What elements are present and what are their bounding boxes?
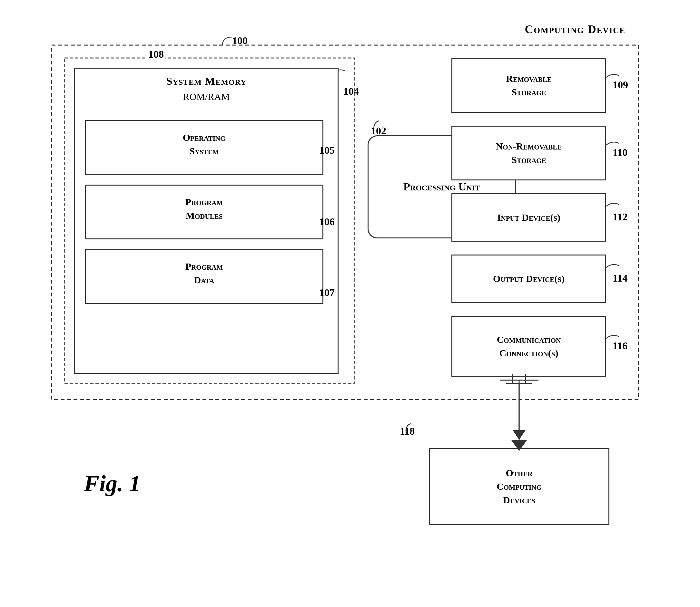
diagram-container: Computing Device 100 108 System Memory R…: [32, 26, 661, 573]
label-108: 108: [147, 48, 165, 60]
label-112: 112: [613, 211, 627, 223]
program-modules-label: ProgramModules: [89, 195, 319, 222]
svg-marker-13: [511, 440, 527, 451]
input-devices-box: Input Device(s): [452, 193, 606, 242]
label-114: 114: [613, 272, 627, 284]
output-devices-box: Output Device(s): [452, 254, 606, 303]
label-118: 118: [400, 425, 415, 437]
communication-connections-label: CommunicationConnection(s): [497, 333, 561, 360]
processing-unit-label: Processing Unit: [403, 179, 480, 195]
rom-ram-label: ROM/RAM: [75, 87, 338, 102]
non-removable-storage-label: Non-RemovableStorage: [496, 140, 562, 167]
label-109: 109: [613, 79, 628, 91]
label-116: 116: [613, 340, 627, 352]
label-100: 100: [232, 35, 248, 47]
label-107: 107: [319, 287, 335, 299]
label-102: 102: [371, 125, 386, 137]
label-106: 106: [319, 216, 335, 228]
arrow-svg: [490, 374, 555, 458]
program-data-label: ProgramData: [89, 260, 319, 287]
label-104: 104: [343, 85, 359, 97]
program-data-box: ProgramData: [85, 249, 323, 304]
system-memory-title: System Memory: [75, 69, 338, 87]
program-modules-box: ProgramModules: [85, 185, 323, 239]
non-removable-storage-box: Non-RemovableStorage: [452, 126, 606, 181]
operating-system-box: OperatingSystem: [85, 120, 323, 175]
removable-storage-box: RemovableStorage: [452, 58, 606, 113]
other-computing-devices-label: OtherComputingDevices: [497, 466, 542, 507]
label-110: 110: [613, 147, 627, 159]
removable-storage-label: RemovableStorage: [506, 72, 552, 99]
computing-device-label: Computing Device: [522, 23, 629, 36]
label-105: 105: [319, 144, 335, 156]
fig-label: Fig. 1: [84, 470, 141, 497]
other-computing-devices-box: OtherComputingDevices: [429, 448, 609, 525]
operating-system-label: OperatingSystem: [89, 131, 319, 158]
communication-connections-box: CommunicationConnection(s): [452, 316, 606, 377]
output-devices-label: Output Device(s): [493, 272, 565, 286]
system-memory-box: System Memory ROM/RAM OperatingSystem Pr…: [74, 68, 339, 374]
input-devices-label: Input Device(s): [497, 211, 560, 224]
